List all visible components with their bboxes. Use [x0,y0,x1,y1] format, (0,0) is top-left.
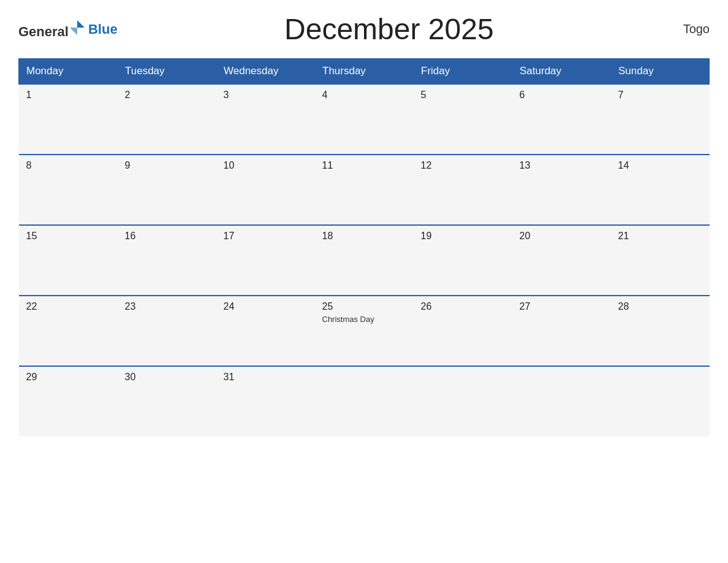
table-row: 5 [414,84,512,155]
day-number: 18 [322,231,406,242]
table-row [414,366,512,437]
calendar-week-row: 15161718192021 [19,225,710,296]
calendar-table: Monday Tuesday Wednesday Thursday Friday… [18,58,710,437]
table-row: 30 [118,366,216,437]
day-number: 11 [322,160,406,171]
table-row: 2 [118,84,216,155]
day-number: 30 [125,372,209,383]
table-row: 17 [216,225,315,296]
calendar-title: December 2025 [118,12,661,46]
day-number: 14 [618,160,702,171]
col-wednesday: Wednesday [216,59,315,85]
table-row: 21 [611,225,710,296]
day-number: 24 [224,301,308,312]
day-number: 23 [125,301,209,312]
day-number: 12 [421,160,505,171]
col-sunday: Sunday [611,59,710,85]
day-number: 16 [125,231,209,242]
table-row: 9 [118,155,216,225]
day-number: 5 [421,90,505,101]
table-row: 20 [512,225,611,296]
table-row: 16 [118,225,216,296]
table-row: 26 [414,296,512,366]
logo: General Blue [18,19,118,40]
svg-marker-0 [77,20,85,28]
table-row: 23 [118,296,216,366]
col-thursday: Thursday [315,59,414,85]
table-row: 13 [512,155,611,225]
day-number: 31 [224,372,308,383]
logo-general: General [18,24,69,39]
day-number: 3 [224,90,308,101]
table-row [512,366,611,437]
table-row: 14 [611,155,710,225]
table-row: 28 [611,296,710,366]
day-number: 21 [618,231,702,242]
day-number: 28 [618,301,702,312]
calendar-week-row: 293031 [19,366,710,437]
day-number: 26 [421,301,505,312]
table-row: 1 [19,84,118,155]
day-number: 27 [520,301,604,312]
table-row [315,366,414,437]
table-row: 11 [315,155,414,225]
logo-blue: Blue [88,21,118,37]
table-row: 12 [414,155,512,225]
col-monday: Monday [19,59,118,85]
col-tuesday: Tuesday [118,59,216,85]
svg-marker-1 [70,28,77,35]
day-number: 17 [224,231,308,242]
page-header: General Blue December 2025 Togo [18,12,710,52]
day-number: 29 [26,372,110,383]
day-number: 20 [520,231,604,242]
table-row: 27 [512,296,611,366]
calendar-header-row: Monday Tuesday Wednesday Thursday Friday… [19,59,710,85]
col-saturday: Saturday [512,59,611,85]
day-number: 25 [322,301,406,312]
table-row: 29 [19,366,118,437]
day-number: 9 [125,160,209,171]
table-row: 8 [19,155,118,225]
day-number: 4 [322,90,406,101]
table-row: 10 [216,155,315,225]
table-row: 31 [216,366,315,437]
logo-text: General [18,19,86,40]
table-row: 19 [414,225,512,296]
calendar-week-row: 891011121314 [19,155,710,225]
logo-icon [69,19,86,36]
table-row: 7 [611,84,710,155]
country-label: Togo [661,22,710,36]
col-friday: Friday [414,59,512,85]
day-number: 22 [26,301,110,312]
table-row [611,366,710,437]
day-number: 6 [520,90,604,101]
day-number: 10 [224,160,308,171]
day-number: 19 [421,231,505,242]
table-row: 6 [512,84,611,155]
day-number: 15 [26,231,110,242]
table-row: 4 [315,84,414,155]
day-number: 7 [618,90,702,101]
table-row: 18 [315,225,414,296]
table-row: 24 [216,296,315,366]
calendar-week-row: 22232425Christmas Day262728 [19,296,710,366]
day-number: 1 [26,90,110,101]
calendar-week-row: 1234567 [19,84,710,155]
table-row: 22 [19,296,118,366]
day-number: 13 [520,160,604,171]
day-number: 2 [125,90,209,101]
table-row: 25Christmas Day [315,296,414,366]
table-row: 3 [216,84,315,155]
table-row: 15 [19,225,118,296]
calendar-event: Christmas Day [322,315,406,324]
day-number: 8 [26,160,110,171]
